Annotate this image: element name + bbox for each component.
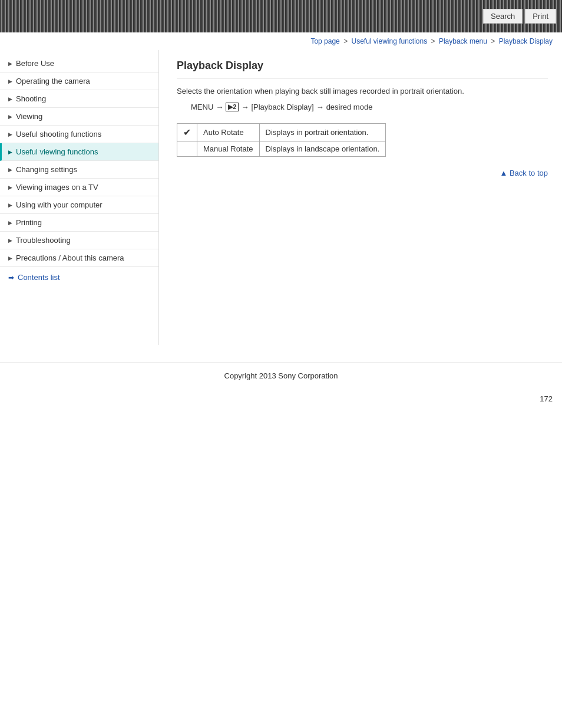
sidebar-item-using-computer[interactable]: ▶ Using with your computer	[0, 196, 158, 214]
arrow-icon-before-use: ▶	[8, 61, 12, 67]
option-auto-rotate: Auto Rotate	[197, 124, 260, 141]
playback-icon: ▶2	[226, 103, 239, 111]
print-button[interactable]: Print	[525, 9, 556, 24]
sidebar-label-viewing: Viewing	[16, 112, 42, 121]
arrow-icon-viewing-tv: ▶	[8, 185, 12, 190]
arrow-icon-printing: ▶	[8, 220, 12, 226]
checkmark-icon: ✔	[183, 127, 191, 137]
search-button[interactable]: Search	[483, 9, 523, 24]
options-table: ✔ Auto Rotate Displays in portrait orien…	[177, 123, 386, 157]
contents-list-arrow-icon: ➡	[8, 274, 14, 282]
sidebar-label-using-computer: Using with your computer	[16, 200, 103, 209]
description-auto-rotate: Displays in portrait orientation.	[259, 124, 386, 141]
header-buttons: Search Print	[483, 9, 556, 24]
check-cell-manual	[177, 141, 197, 157]
sidebar-label-operating: Operating the camera	[16, 77, 90, 85]
breadcrumb-playback-display[interactable]: Playback Display	[499, 37, 553, 45]
arrow-icon-operating: ▶	[8, 78, 12, 84]
sidebar-item-troubleshooting[interactable]: ▶ Troubleshooting	[0, 232, 158, 249]
page-number: 172	[0, 388, 562, 409]
sidebar-label-troubleshooting: Troubleshooting	[16, 236, 71, 245]
menu-prefix: MENU	[191, 103, 213, 111]
sidebar-item-viewing[interactable]: ▶ Viewing	[0, 108, 158, 126]
breadcrumb-useful-viewing[interactable]: Useful viewing functions	[351, 37, 427, 45]
description-text: Selects the orientation when playing bac…	[177, 87, 548, 95]
sidebar-item-shooting[interactable]: ▶ Shooting	[0, 90, 158, 108]
page-title: Playback Display	[177, 60, 548, 78]
sidebar-label-printing: Printing	[16, 218, 42, 227]
sidebar-item-viewing-tv[interactable]: ▶ Viewing images on a TV	[0, 179, 158, 196]
breadcrumb-top-page[interactable]: Top page	[310, 37, 339, 45]
sidebar-item-changing-settings[interactable]: ▶ Changing settings	[0, 161, 158, 179]
sidebar: ▶ Before Use ▶ Operating the camera ▶ Sh…	[0, 50, 159, 345]
menu-path-suffix: [Playback Display]	[251, 103, 313, 111]
sidebar-label-before-use: Before Use	[16, 59, 54, 68]
option-manual-rotate: Manual Rotate	[197, 141, 260, 157]
menu-arrow-1: →	[216, 103, 223, 111]
footer: Copyright 2013 Sony Corporation	[0, 363, 562, 388]
content-area: Playback Display Selects the orientation…	[159, 50, 562, 345]
arrow-icon-useful-viewing: ▶	[8, 149, 12, 155]
check-cell-auto: ✔	[177, 124, 197, 141]
sidebar-item-before-use[interactable]: ▶ Before Use	[0, 55, 158, 73]
sidebar-item-operating[interactable]: ▶ Operating the camera	[0, 73, 158, 90]
menu-path-end: desired mode	[326, 103, 373, 111]
sidebar-label-shooting: Shooting	[16, 94, 46, 103]
breadcrumb-playback-menu[interactable]: Playback menu	[439, 37, 487, 45]
table-row-auto-rotate: ✔ Auto Rotate Displays in portrait orien…	[177, 124, 386, 141]
arrow-icon-using-computer: ▶	[8, 202, 12, 208]
arrow-icon-viewing: ▶	[8, 114, 12, 120]
menu-arrow-3: →	[316, 103, 324, 111]
sidebar-item-printing[interactable]: ▶ Printing	[0, 214, 158, 232]
description-manual-rotate: Displays in landscape orientation.	[259, 141, 386, 157]
contents-list-label: Contents list	[18, 273, 60, 282]
contents-list-link[interactable]: ➡ Contents list	[0, 267, 158, 288]
sidebar-label-precautions: Precautions / About this camera	[16, 253, 124, 262]
breadcrumb-sep-1: >	[343, 37, 349, 45]
sidebar-item-useful-shooting[interactable]: ▶ Useful shooting functions	[0, 126, 158, 143]
copyright-text: Copyright 2013 Sony Corporation	[224, 371, 338, 380]
main-layout: ▶ Before Use ▶ Operating the camera ▶ Sh…	[0, 50, 562, 345]
sidebar-item-useful-viewing[interactable]: ▶ Useful viewing functions	[0, 143, 158, 161]
back-to-top-link[interactable]: ▲ Back to top	[500, 169, 548, 177]
menu-path: MENU → ▶2 → [Playback Display] → desired…	[191, 103, 548, 111]
sidebar-label-useful-shooting: Useful shooting functions	[16, 130, 101, 139]
arrow-icon-troubleshooting: ▶	[8, 238, 12, 243]
sidebar-label-changing-settings: Changing settings	[16, 165, 77, 174]
arrow-icon-shooting: ▶	[8, 96, 12, 102]
arrow-icon-changing-settings: ▶	[8, 167, 12, 173]
breadcrumb-sep-2: >	[431, 37, 437, 45]
back-to-top[interactable]: ▲ Back to top	[177, 169, 548, 177]
sidebar-label-useful-viewing: Useful viewing functions	[16, 147, 98, 156]
menu-arrow-2: →	[241, 103, 249, 111]
sidebar-item-precautions[interactable]: ▶ Precautions / About this camera	[0, 249, 158, 267]
header-bar: Search Print	[0, 0, 562, 32]
arrow-icon-useful-shooting: ▶	[8, 131, 12, 137]
arrow-icon-precautions: ▶	[8, 255, 12, 261]
sidebar-label-viewing-tv: Viewing images on a TV	[16, 183, 98, 192]
breadcrumb-sep-3: >	[491, 37, 497, 45]
breadcrumb: Top page > Useful viewing functions > Pl…	[0, 32, 562, 50]
table-row-manual-rotate: Manual Rotate Displays in landscape orie…	[177, 141, 386, 157]
